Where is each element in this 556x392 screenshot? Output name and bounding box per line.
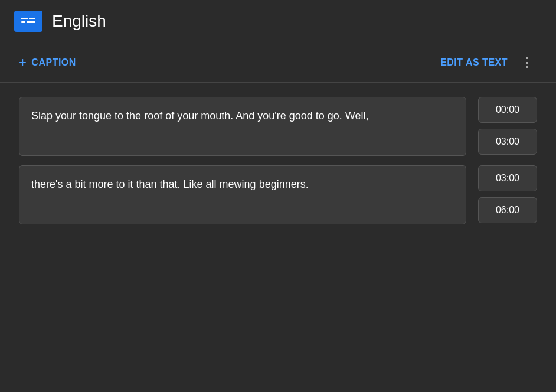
add-caption-label: CAPTION <box>31 57 76 68</box>
svg-rect-3 <box>21 21 25 23</box>
caption-text-2[interactable]: there's a bit more to it than that. Like… <box>19 165 466 224</box>
toolbar: + CAPTION EDIT AS TEXT ⋮ <box>0 43 556 83</box>
more-options-button[interactable]: ⋮ <box>517 53 537 73</box>
svg-rect-4 <box>27 21 35 23</box>
add-caption-button[interactable]: + CAPTION <box>19 53 76 73</box>
caption-start-time-1[interactable]: 00:00 <box>478 97 537 123</box>
svg-rect-2 <box>29 18 35 19</box>
subtitle-icon <box>14 11 42 32</box>
caption-start-time-2[interactable]: 03:00 <box>478 165 537 191</box>
caption-times-2: 03:00 06:00 <box>478 165 537 223</box>
plus-icon: + <box>19 55 27 70</box>
page-title: English <box>52 12 106 31</box>
caption-row: Slap your tongue to the roof of your mou… <box>19 97 537 156</box>
header: English <box>0 0 556 43</box>
captions-list: Slap your tongue to the roof of your mou… <box>0 83 556 239</box>
edit-as-text-button[interactable]: EDIT AS TEXT <box>440 55 508 70</box>
toolbar-right: EDIT AS TEXT ⋮ <box>440 53 537 73</box>
caption-end-time-2[interactable]: 06:00 <box>478 197 537 223</box>
caption-times-1: 00:00 03:00 <box>478 97 537 155</box>
caption-text-1[interactable]: Slap your tongue to the roof of your mou… <box>19 97 466 156</box>
svg-rect-1 <box>21 18 28 19</box>
caption-row: there's a bit more to it than that. Like… <box>19 165 537 224</box>
caption-end-time-1[interactable]: 03:00 <box>478 129 537 155</box>
